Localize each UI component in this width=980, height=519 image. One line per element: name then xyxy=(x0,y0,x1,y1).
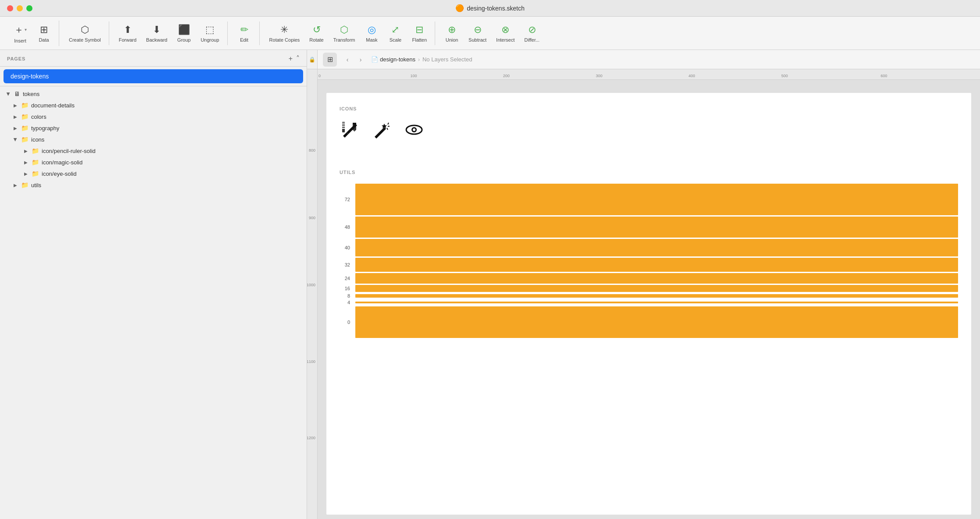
rotate-copies-button[interactable]: ✳ Rotate Copies xyxy=(265,21,304,45)
lock-icon[interactable]: 🔒 xyxy=(307,50,318,69)
svg-rect-1 xyxy=(342,123,345,124)
folder-icon: 📁 xyxy=(21,181,29,188)
canvas-toolbar-row: 🔒 ⊞ ‹ › 📄 design-tokens › No Layers Sele… xyxy=(307,50,980,69)
create-symbol-group: ⬡ Create Symbol xyxy=(61,21,109,45)
page-item-design-tokens[interactable]: design-tokens xyxy=(4,69,303,83)
utils-bar-16 xyxy=(355,285,958,292)
layer-colors[interactable]: ▶ 📁 colors xyxy=(0,111,307,122)
backward-button[interactable]: ⬇ Backward xyxy=(142,21,172,45)
ruler-mark-300: 300 xyxy=(596,74,602,78)
layer-icon-magic-solid[interactable]: ▶ 📁 icon/magic-solid xyxy=(0,156,307,168)
svg-point-10 xyxy=(413,128,415,131)
layer-typography[interactable]: ▶ 📁 typography xyxy=(0,122,307,134)
utils-bar-0 xyxy=(355,306,958,338)
folder-icon: 📁 xyxy=(21,124,29,132)
flatten-button[interactable]: ⊟ Flatten xyxy=(408,21,431,45)
main-layout: PAGES + ˄ design-tokens ▶ 🖥 tokens ▶ 📁 d… xyxy=(0,50,980,519)
ruler-mark-600: 600 xyxy=(881,74,887,78)
chevron-right-icon: ▶ xyxy=(12,114,18,119)
toolbar: ＋ ▾ Insert ⊞ Data ⬡ Create Symbol ⬆ Forw… xyxy=(0,17,980,50)
monitor-icon: 🖥 xyxy=(14,90,20,97)
utils-bar-label-4: 4 xyxy=(340,300,350,305)
nav-forward-button[interactable]: › xyxy=(354,53,367,66)
canvas-toolbar: ⊞ ‹ › 📄 design-tokens › No Layers Select… xyxy=(318,50,980,69)
create-symbol-icon: ⬡ xyxy=(81,24,89,36)
canvas-main: 0 100 200 300 400 500 600 ICONS xyxy=(318,69,980,519)
ungroup-icon: ⬚ xyxy=(205,24,215,36)
layer-name: document-details xyxy=(31,102,75,109)
layer-icon-pencil-ruler-solid[interactable]: ▶ 📁 icon/pencil-ruler-solid xyxy=(0,145,307,156)
fullscreen-button[interactable] xyxy=(26,5,32,11)
layers-section: ▶ 🖥 tokens ▶ 📁 document-details ▶ 📁 colo… xyxy=(0,86,307,519)
add-page-button[interactable]: + xyxy=(289,54,293,63)
intersect-button[interactable]: ⊗ Intersect xyxy=(492,21,519,45)
traffic-lights xyxy=(7,5,32,11)
utils-bar-row-40: 40 xyxy=(340,239,958,256)
create-symbol-button[interactable]: ⬡ Create Symbol xyxy=(64,21,105,45)
svg-rect-3 xyxy=(342,126,345,127)
utils-bar-row-32: 32 xyxy=(340,258,958,272)
utils-bar-row-72: 72 xyxy=(340,184,958,215)
subtract-button[interactable]: ⊖ Subtract xyxy=(464,21,491,45)
svg-line-7 xyxy=(387,128,388,130)
icons-section-label: ICONS xyxy=(340,106,958,111)
title-bar: 🟠 desing-tokens.sketch xyxy=(0,0,980,17)
grid-view-button[interactable]: ⊞ xyxy=(323,53,337,67)
scale-button[interactable]: ⤢ Scale xyxy=(384,21,407,45)
canvas-content[interactable]: ICONS xyxy=(318,80,980,519)
rotate-button[interactable]: ↺ Rotate xyxy=(305,21,328,45)
utils-bar-4 xyxy=(355,302,958,303)
utils-bar-row-24: 24 xyxy=(340,273,958,284)
utils-bar-label-24: 24 xyxy=(340,276,350,281)
forward-icon: ⬆ xyxy=(124,24,132,36)
insert-data-group: ＋ ▾ Insert ⊞ Data xyxy=(5,21,59,46)
group-icon: ⬛ xyxy=(178,24,190,36)
utils-bar-label-40: 40 xyxy=(340,245,350,250)
minimize-button[interactable] xyxy=(17,5,23,11)
eye-icon xyxy=(404,120,424,143)
data-button[interactable]: ⊞ Data xyxy=(32,21,55,45)
mask-button[interactable]: ◎ Mask xyxy=(360,21,383,45)
rotate-icon: ↺ xyxy=(313,24,321,36)
nav-back-button[interactable]: ‹ xyxy=(341,53,354,66)
sidebar: PAGES + ˄ design-tokens ▶ 🖥 tokens ▶ 📁 d… xyxy=(0,50,307,519)
breadcrumb-page: 📄 design-tokens xyxy=(371,56,415,63)
canvas-area: 🔒 ⊞ ‹ › 📄 design-tokens › No Layers Sele… xyxy=(307,50,980,519)
union-button[interactable]: ⊕ Union xyxy=(440,21,463,45)
no-layers-text: No Layers Selected xyxy=(422,56,472,63)
utils-bar-24 xyxy=(355,273,958,284)
insert-chevron: ▾ xyxy=(25,27,27,32)
folder-icon: 📁 xyxy=(21,102,29,109)
layer-icon-eye-solid[interactable]: ▶ 📁 icon/eye-solid xyxy=(0,168,307,179)
layer-name: icon/eye-solid xyxy=(42,171,77,177)
backward-icon: ⬇ xyxy=(153,24,161,36)
utils-bar-row-4: 4 xyxy=(340,300,958,305)
differ-icon: ⊘ xyxy=(528,24,536,36)
transform-button[interactable]: ⬡ Transform xyxy=(329,21,360,45)
folder-icon: 📁 xyxy=(32,147,39,154)
group-button[interactable]: ⬛ Group xyxy=(172,21,195,45)
edit-button[interactable]: ✏ Edit xyxy=(233,21,256,45)
union-icon: ⊕ xyxy=(448,24,456,36)
utils-bar-row-0: 0 xyxy=(340,306,958,338)
layer-tokens[interactable]: ▶ 🖥 tokens xyxy=(0,88,307,100)
forward-button[interactable]: ⬆ Forward xyxy=(114,21,141,45)
close-button[interactable] xyxy=(7,5,13,11)
layer-name: tokens xyxy=(23,91,39,97)
utils-bar-32 xyxy=(355,258,958,272)
icons-row xyxy=(340,120,958,143)
layer-document-details[interactable]: ▶ 📁 document-details xyxy=(0,100,307,111)
utils-bar-label-32: 32 xyxy=(340,262,350,267)
ruler-mark-1100: 1100 xyxy=(307,359,315,364)
differ-button[interactable]: ⊘ Differ... xyxy=(520,21,544,45)
insert-icon: ＋ xyxy=(14,23,24,36)
transform-group: ✳ Rotate Copies ↺ Rotate ⬡ Transform ◎ M… xyxy=(261,21,436,45)
ungroup-button[interactable]: ⬚ Ungroup xyxy=(196,21,223,45)
ruler-top-marks: 0 100 200 300 400 500 600 xyxy=(318,69,980,79)
layer-utils[interactable]: ▶ 📁 utils xyxy=(0,179,307,191)
layer-icons[interactable]: ▶ 📁 icons xyxy=(0,134,307,145)
collapse-pages-button[interactable]: ˄ xyxy=(296,54,300,63)
layer-name: utils xyxy=(31,182,41,188)
insert-button[interactable]: ＋ ▾ Insert xyxy=(9,21,32,46)
utils-bars: 72 48 40 xyxy=(340,184,958,338)
